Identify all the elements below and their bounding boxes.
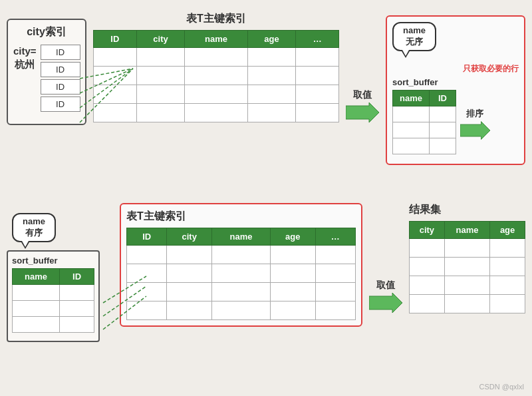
- bottom-sort-buffer-table: name ID: [12, 268, 94, 333]
- col-city: city: [136, 31, 185, 48]
- table-row: [13, 284, 94, 300]
- id-cell: ID: [41, 62, 80, 77]
- top-right-sort-area: name ID 排序: [392, 90, 519, 158]
- sort-arrow-area: 排序: [460, 108, 490, 140]
- only-necessary-label: 只获取必要的行: [392, 63, 519, 75]
- top-section: city索引 city=杭州 ID ID ID ID 表T主键索引 ID cit…: [0, 0, 532, 196]
- top-right-section: name无序 只获取必要的行 sort_buffer name ID: [386, 15, 525, 165]
- result-title: 结果集: [409, 203, 525, 217]
- svg-marker-9: [369, 293, 402, 313]
- name-youxu-bubble: name有序: [12, 213, 56, 242]
- city-index-title: city索引: [13, 25, 80, 39]
- col-city: city: [167, 228, 212, 246]
- bottom-left: name有序 sort_buffer name ID: [7, 213, 113, 342]
- col-age: age: [247, 31, 296, 48]
- result-set-container: 结果集 city name age: [409, 203, 525, 313]
- watermark: CSDN @qxlxl: [479, 383, 524, 391]
- table-row: [13, 316, 94, 332]
- name-wuxu-bubble-container: name无序: [392, 22, 436, 51]
- table-row: [127, 301, 356, 320]
- bottom-arrow-label: 取值: [376, 280, 395, 292]
- table-row: [127, 283, 356, 301]
- table-row: [393, 138, 456, 154]
- bottom-sort-buffer-box: sort_buffer name ID: [7, 250, 100, 342]
- table-row: [127, 264, 356, 283]
- top-pk-table-title: 表T主键索引: [186, 12, 246, 26]
- bubble-tail-inner-bottom: [22, 241, 29, 247]
- col-more: …: [315, 228, 355, 246]
- table-row: [393, 106, 456, 122]
- id-rows: ID ID ID ID: [41, 45, 80, 112]
- sort-arrow-icon: [460, 121, 490, 140]
- bottom-arrow-area: 取值: [369, 280, 402, 313]
- name-youxu-bubble-container: name有序: [12, 213, 56, 242]
- sort-arrow-label: 排序: [466, 108, 483, 120]
- city-value: city=杭州: [13, 45, 37, 106]
- table-row: [127, 246, 356, 264]
- top-sort-buffer-table: name ID: [392, 90, 456, 154]
- table-row: [94, 67, 339, 85]
- col-name: name: [444, 222, 489, 239]
- bottom-pk-red-box: 表T主键索引 ID city name age …: [120, 203, 362, 327]
- col-id: ID: [429, 90, 456, 106]
- bottom-pk-table-wrapper: 表T主键索引 ID city name age …: [120, 203, 362, 327]
- col-id: ID: [60, 268, 94, 284]
- id-cell: ID: [41, 97, 80, 112]
- table-row: [94, 48, 339, 67]
- top-arrow-label: 取值: [353, 89, 372, 101]
- top-pk-table: ID city name age …: [93, 30, 339, 122]
- table-row: [410, 295, 525, 313]
- bottom-pk-table-title: 表T主键索引: [126, 210, 356, 224]
- table-row: [94, 85, 339, 104]
- top-arrow-icon: [346, 102, 379, 122]
- col-age: age: [270, 228, 315, 246]
- col-age: age: [490, 222, 525, 239]
- col-name: name: [185, 31, 247, 48]
- table-row: [393, 122, 456, 138]
- sort-buffer-label-top: sort_buffer: [392, 77, 519, 87]
- bottom-pk-table: ID city name age …: [126, 228, 356, 320]
- table-row: [410, 239, 525, 258]
- bottom-section: name有序 sort_buffer name ID: [0, 196, 532, 396]
- name-wuxu-bubble: name无序: [392, 22, 436, 51]
- id-cell: ID: [41, 45, 80, 60]
- city-index-box: city索引 city=杭州 ID ID ID ID: [7, 19, 86, 125]
- col-name: name: [13, 268, 60, 284]
- col-id: ID: [94, 31, 137, 48]
- top-pk-table-container: 表T主键索引 ID city name age …: [93, 12, 339, 122]
- svg-marker-7: [346, 102, 379, 122]
- result-table: city name age: [409, 221, 525, 313]
- id-cell: ID: [41, 79, 80, 95]
- col-name: name: [393, 90, 430, 106]
- svg-marker-8: [460, 122, 490, 140]
- col-city: city: [410, 222, 445, 239]
- top-arrow-area: 取值: [346, 89, 379, 122]
- col-id: ID: [127, 228, 167, 246]
- table-row: [410, 258, 525, 276]
- table-row: [410, 276, 525, 295]
- table-row: [13, 300, 94, 316]
- bottom-arrow-icon: [369, 293, 402, 313]
- col-name: name: [212, 228, 271, 246]
- sort-buffer-label-bottom: sort_buffer: [12, 256, 94, 266]
- table-row: [94, 104, 339, 122]
- col-more: …: [296, 31, 339, 48]
- bubble-tail-inner: [402, 50, 409, 56]
